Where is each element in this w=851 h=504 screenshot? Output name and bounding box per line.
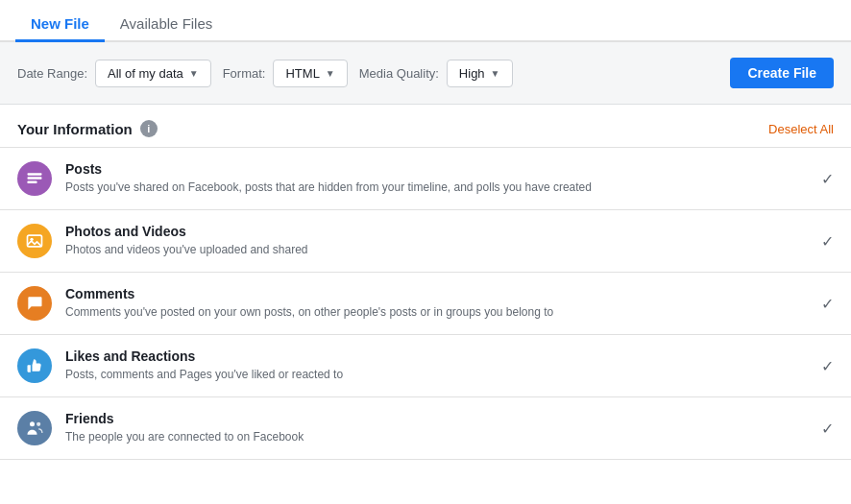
media-quality-group: Media Quality: High ▼ (359, 60, 513, 87)
data-items-list: Posts Posts you've shared on Facebook, p… (0, 147, 851, 460)
photos-content: Photos and Videos Photos and videos you'… (65, 224, 808, 258)
friends-icon (17, 411, 52, 445)
svg-rect-2 (28, 181, 37, 184)
section-header: Your Information i Deselect All (0, 105, 851, 147)
likes-content: Likes and Reactions Posts, comments and … (65, 348, 808, 383)
friends-svg-icon (25, 419, 44, 438)
media-quality-dropdown[interactable]: High ▼ (447, 60, 513, 87)
photos-icon (17, 224, 52, 258)
likes-checkbox[interactable]: ✓ (821, 357, 834, 375)
posts-checkbox[interactable]: ✓ (821, 170, 834, 188)
friends-content: Friends The people you are connected to … (65, 411, 808, 445)
photos-title: Photos and Videos (65, 224, 808, 239)
photos-checkbox[interactable]: ✓ (821, 232, 834, 251)
likes-description: Posts, comments and Pages you've liked o… (65, 367, 808, 383)
friends-description: The people you are connected to on Faceb… (65, 429, 808, 445)
format-dropdown[interactable]: HTML ▼ (273, 60, 347, 87)
friends-checkbox[interactable]: ✓ (821, 420, 834, 438)
tab-new-file[interactable]: New File (15, 6, 105, 42)
comments-svg-icon (25, 294, 44, 313)
list-item: Likes and Reactions Posts, comments and … (0, 335, 851, 397)
likes-title: Likes and Reactions (65, 348, 808, 364)
date-range-arrow-icon: ▼ (189, 68, 199, 79)
deselect-all-link[interactable]: Deselect All (768, 122, 834, 136)
format-arrow-icon: ▼ (326, 68, 335, 79)
controls-bar: Date Range: All of my data ▼ Format: HTM… (0, 42, 851, 105)
posts-title: Posts (65, 161, 808, 177)
media-quality-label: Media Quality: (359, 66, 439, 81)
comments-title: Comments (65, 286, 808, 301)
date-range-label: Date Range: (17, 66, 87, 81)
comments-content: Comments Comments you've posted on your … (65, 286, 808, 321)
comments-icon (17, 286, 52, 321)
date-range-group: Date Range: All of my data ▼ (17, 60, 211, 87)
friends-title: Friends (65, 411, 808, 426)
posts-content: Posts Posts you've shared on Facebook, p… (65, 161, 808, 196)
date-range-dropdown[interactable]: All of my data ▼ (95, 60, 211, 87)
likes-svg-icon (25, 356, 44, 375)
comments-description: Comments you've posted on your own posts… (65, 304, 808, 321)
svg-point-5 (30, 421, 35, 426)
comments-checkbox[interactable]: ✓ (821, 295, 834, 313)
svg-rect-0 (28, 173, 42, 176)
section-title-group: Your Information i (17, 120, 158, 137)
posts-description: Posts you've shared on Facebook, posts t… (65, 180, 808, 196)
posts-svg-icon (25, 169, 44, 188)
posts-icon (17, 161, 52, 196)
date-range-value: All of my data (108, 66, 183, 81)
photos-svg-icon (25, 231, 44, 251)
format-label: Format: (223, 66, 266, 81)
tabs-bar: New File Available Files (0, 0, 851, 42)
tab-available-files[interactable]: Available Files (105, 6, 228, 42)
format-group: Format: HTML ▼ (223, 60, 348, 87)
section-title: Your Information (17, 121, 133, 137)
list-item: Comments Comments you've posted on your … (0, 273, 851, 335)
photos-description: Photos and videos you've uploaded and sh… (65, 242, 808, 258)
svg-rect-1 (28, 177, 42, 180)
media-quality-value: High (459, 66, 485, 81)
list-item: Posts Posts you've shared on Facebook, p… (0, 148, 851, 210)
list-item: Photos and Videos Photos and videos you'… (0, 210, 851, 273)
likes-icon (17, 348, 52, 383)
create-file-button[interactable]: Create File (730, 58, 834, 88)
format-value: HTML (285, 66, 319, 81)
info-icon[interactable]: i (140, 120, 158, 137)
media-quality-arrow-icon: ▼ (491, 68, 500, 79)
list-item: Friends The people you are connected to … (0, 397, 851, 460)
svg-point-6 (36, 422, 40, 426)
